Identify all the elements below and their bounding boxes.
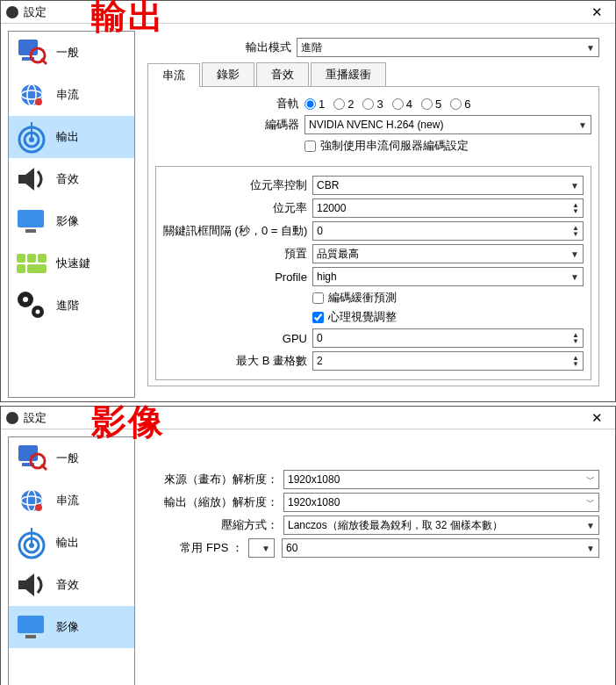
track-radio-input-3[interactable] bbox=[362, 98, 374, 110]
content-pane: 輸出模式 進階 ▼ 串流錄影音效重播緩衝 音軌 123456 編碼器 NVIDI… bbox=[135, 31, 608, 398]
overlay-annotation: 影像 bbox=[91, 398, 165, 446]
video-icon bbox=[14, 204, 49, 239]
filter-label: 壓縮方式： bbox=[147, 517, 283, 533]
enforce-checkbox-input[interactable] bbox=[304, 141, 316, 152]
preset-combo[interactable]: 品質最高▼ bbox=[312, 244, 584, 263]
obs-icon bbox=[6, 6, 18, 18]
output-mode-label: 輸出模式 bbox=[147, 40, 297, 55]
sidebar-item-label: 輸出 bbox=[56, 535, 79, 551]
base-res-combo[interactable]: 1920x1080﹀ bbox=[283, 470, 599, 489]
gpu-label: GPU bbox=[163, 332, 312, 345]
enforce-checkbox[interactable]: 強制使用串流伺服器編碼設定 bbox=[304, 138, 469, 154]
track-radio-3[interactable]: 3 bbox=[362, 97, 383, 111]
sidebar-item-label: 一般 bbox=[56, 451, 79, 466]
chevron-down-icon: ▼ bbox=[586, 544, 595, 553]
lookahead-checkbox[interactable]: 編碼緩衝預測 bbox=[312, 290, 397, 306]
track-radio-input-1[interactable] bbox=[304, 98, 316, 110]
bitrate-label: 位元率 bbox=[163, 200, 312, 216]
sidebar-item-stream[interactable]: 串流 bbox=[9, 480, 134, 522]
psycho-checkbox[interactable]: 心理視覺調整 bbox=[312, 309, 397, 325]
track-radio-1[interactable]: 1 bbox=[304, 97, 325, 111]
tab-重播緩衝[interactable]: 重播緩衝 bbox=[311, 62, 386, 86]
sidebar-item-output[interactable]: 輸出 bbox=[9, 116, 134, 158]
scaled-res-combo[interactable]: 1920x1080﹀ bbox=[283, 493, 599, 512]
advanced-icon bbox=[14, 288, 49, 323]
psycho-checkbox-input[interactable] bbox=[312, 312, 324, 323]
audio-icon bbox=[14, 567, 49, 602]
sidebar-item-output[interactable]: 輸出 bbox=[9, 522, 134, 564]
encoder-value: NVIDIA NVENC H.264 (new) bbox=[309, 119, 443, 131]
track-radios: 123456 bbox=[304, 97, 470, 111]
bframes-label: 最大 B 畫格數 bbox=[163, 353, 312, 369]
scaled-res-label: 輸出（縮放）解析度： bbox=[147, 494, 283, 510]
sidebar-item-video[interactable]: 影像 bbox=[9, 606, 134, 648]
rate-control-combo[interactable]: CBR▼ bbox=[312, 176, 584, 195]
video-icon bbox=[14, 609, 49, 645]
track-radio-4[interactable]: 4 bbox=[392, 97, 412, 111]
content-pane: 來源（畫布）解析度： 1920x1080﹀ 輸出（縮放）解析度： 1920x10… bbox=[135, 436, 608, 685]
sidebar-item-label: 快速鍵 bbox=[56, 256, 90, 271]
chevron-down-icon: ▼ bbox=[570, 272, 579, 282]
track-radio-input-5[interactable] bbox=[421, 98, 433, 110]
tab-錄影[interactable]: 錄影 bbox=[202, 62, 254, 86]
lookahead-checkbox-input[interactable] bbox=[312, 292, 324, 304]
stream-icon bbox=[14, 483, 49, 518]
output-icon bbox=[14, 119, 49, 155]
profile-combo[interactable]: high▼ bbox=[312, 267, 584, 286]
chevron-down-icon: ▼ bbox=[586, 521, 595, 530]
sidebar-item-stream[interactable]: 串流 bbox=[9, 74, 134, 116]
bitrate-input[interactable]: 12000 ▲▼ bbox=[312, 198, 584, 218]
gpu-input[interactable]: 0 ▲▼ bbox=[312, 328, 584, 348]
spinner-icon[interactable]: ▲▼ bbox=[572, 202, 579, 214]
track-radio-input-4[interactable] bbox=[392, 98, 404, 110]
chevron-down-icon: ▼ bbox=[586, 43, 595, 53]
track-radio-input-6[interactable] bbox=[450, 98, 462, 110]
fps-combo[interactable]: 60▼ bbox=[282, 538, 599, 558]
chevron-down-icon: ▼ bbox=[570, 249, 579, 259]
track-radio-5[interactable]: 5 bbox=[421, 97, 441, 111]
sidebar-item-label: 輸出 bbox=[56, 129, 79, 145]
sidebar-item-label: 進階 bbox=[56, 298, 79, 314]
sidebar: 一般串流輸出音效影像快速鍵進階 bbox=[8, 31, 135, 398]
sidebar-item-video[interactable]: 影像 bbox=[9, 200, 134, 242]
obs-icon bbox=[6, 412, 18, 424]
filter-combo[interactable]: Lanczos（縮放後最為銳利，取 32 個樣本數）▼ bbox=[283, 516, 599, 535]
track-label: 音軌 bbox=[155, 96, 304, 112]
encoder-combo[interactable]: NVIDIA NVENC H.264 (new) ▼ bbox=[304, 115, 591, 134]
enforce-label: 強制使用串流伺服器編碼設定 bbox=[320, 138, 469, 154]
sidebar-item-label: 影像 bbox=[56, 619, 79, 635]
sidebar-item-label: 一般 bbox=[56, 45, 79, 61]
sidebar-item-hotkeys[interactable]: 快速鍵 bbox=[9, 242, 134, 285]
tab-串流[interactable]: 串流 bbox=[147, 63, 200, 87]
sidebar-item-label: 串流 bbox=[56, 87, 79, 103]
close-button[interactable]: ✕ bbox=[584, 4, 610, 20]
encoder-label: 編碼器 bbox=[155, 117, 304, 133]
spinner-icon[interactable]: ▲▼ bbox=[572, 332, 579, 344]
spinner-icon[interactable]: ▲▼ bbox=[572, 225, 579, 237]
hotkeys-icon bbox=[14, 246, 49, 281]
profile-label: Profile bbox=[163, 270, 312, 284]
sidebar-item-audio[interactable]: 音效 bbox=[9, 564, 134, 606]
chevron-down-icon: ▼ bbox=[578, 120, 587, 130]
output-mode-combo[interactable]: 進階 ▼ bbox=[297, 38, 599, 57]
tab-panel-stream: 音軌 123456 編碼器 NVIDIA NVENC H.264 (new) ▼… bbox=[147, 87, 599, 386]
general-icon bbox=[14, 35, 49, 70]
track-radio-2[interactable]: 2 bbox=[333, 97, 354, 111]
spinner-icon[interactable]: ▲▼ bbox=[572, 355, 579, 367]
general-icon bbox=[14, 441, 49, 476]
track-radio-input-2[interactable] bbox=[333, 98, 345, 110]
track-radio-6[interactable]: 6 bbox=[450, 97, 470, 111]
sidebar-item-advanced[interactable]: 進階 bbox=[9, 285, 134, 327]
close-button[interactable]: ✕ bbox=[584, 410, 610, 426]
tab-音效[interactable]: 音效 bbox=[256, 62, 309, 86]
chevron-down-icon: ﹀ bbox=[586, 496, 595, 508]
overlay-annotation: 輸出 bbox=[91, 0, 165, 40]
encoder-settings-group: 位元率控制 CBR▼ 位元率 12000 ▲▼ 關鍵訊框間隔 (秒，0 = bbox=[155, 166, 591, 380]
bframes-input[interactable]: 2 ▲▼ bbox=[312, 351, 584, 371]
fps-type-combo[interactable]: ▼ bbox=[248, 538, 275, 558]
chevron-down-icon: ﹀ bbox=[586, 473, 595, 486]
sidebar-item-audio[interactable]: 音效 bbox=[9, 158, 134, 200]
sidebar-item-label: 串流 bbox=[56, 493, 79, 508]
audio-icon bbox=[14, 162, 49, 197]
keyint-input[interactable]: 0 ▲▼ bbox=[312, 221, 584, 241]
